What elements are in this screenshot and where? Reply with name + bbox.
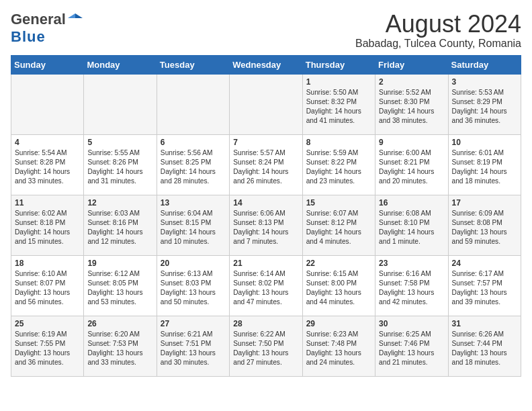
calendar-cell-18: 18Sunrise: 6:10 AM Sunset: 8:07 PM Dayli…: [11, 255, 84, 316]
week-row-3: 11Sunrise: 6:02 AM Sunset: 8:18 PM Dayli…: [11, 195, 521, 255]
calendar-cell-28: 28Sunrise: 6:22 AM Sunset: 7:50 PM Dayli…: [230, 316, 302, 376]
day-number: 13: [161, 198, 226, 208]
day-number: 30: [379, 319, 444, 328]
calendar-cell-13: 13Sunrise: 6:04 AM Sunset: 8:15 PM Dayli…: [157, 195, 229, 255]
cell-content: Sunrise: 6:08 AM Sunset: 8:10 PM Dayligh…: [379, 209, 444, 247]
calendar-cell-19: 19Sunrise: 6:12 AM Sunset: 8:05 PM Dayli…: [84, 255, 157, 316]
calendar-cell-1: 1Sunrise: 5:50 AM Sunset: 8:32 PM Daylig…: [302, 74, 375, 134]
calendar-cell-23: 23Sunrise: 6:16 AM Sunset: 7:58 PM Dayli…: [375, 255, 448, 316]
day-number: 22: [306, 259, 371, 268]
calendar-cell-24: 24Sunrise: 6:17 AM Sunset: 7:57 PM Dayli…: [448, 255, 521, 316]
weekday-header-row: SundayMondayTuesdayWednesdayThursdayFrid…: [11, 55, 521, 74]
day-number: 28: [233, 319, 298, 328]
weekday-tuesday: Tuesday: [157, 55, 229, 74]
cell-content: Sunrise: 6:14 AM Sunset: 8:02 PM Dayligh…: [233, 269, 298, 308]
day-number: 1: [306, 77, 371, 87]
day-number: 15: [306, 198, 371, 208]
cell-content: Sunrise: 6:26 AM Sunset: 7:44 PM Dayligh…: [452, 330, 517, 368]
cell-content: Sunrise: 5:52 AM Sunset: 8:30 PM Dayligh…: [379, 88, 444, 126]
calendar-cell-22: 22Sunrise: 6:15 AM Sunset: 8:00 PM Dayli…: [302, 255, 375, 316]
weekday-saturday: Saturday: [448, 55, 521, 74]
day-number: 17: [452, 198, 517, 208]
cell-content: Sunrise: 5:57 AM Sunset: 8:24 PM Dayligh…: [233, 148, 298, 187]
title-area: August 2024 Babadag, Tulcea County, Roma…: [355, 11, 521, 50]
calendar-cell-26: 26Sunrise: 6:20 AM Sunset: 7:53 PM Dayli…: [84, 316, 157, 376]
cell-content: Sunrise: 6:12 AM Sunset: 8:05 PM Dayligh…: [87, 269, 152, 308]
calendar-cell-empty-0-2: [157, 74, 229, 134]
cell-content: Sunrise: 6:01 AM Sunset: 8:19 PM Dayligh…: [452, 148, 517, 187]
calendar-cell-12: 12Sunrise: 6:03 AM Sunset: 8:16 PM Dayli…: [84, 195, 157, 255]
day-number: 7: [233, 138, 298, 147]
cell-content: Sunrise: 5:56 AM Sunset: 8:25 PM Dayligh…: [161, 148, 226, 187]
day-number: 4: [15, 138, 80, 147]
calendar-cell-25: 25Sunrise: 6:19 AM Sunset: 7:55 PM Dayli…: [11, 316, 84, 376]
day-number: 24: [452, 259, 517, 268]
day-number: 29: [306, 319, 371, 328]
cell-content: Sunrise: 6:07 AM Sunset: 8:12 PM Dayligh…: [306, 209, 371, 247]
calendar-cell-21: 21Sunrise: 6:14 AM Sunset: 8:02 PM Dayli…: [230, 255, 302, 316]
cell-content: Sunrise: 6:19 AM Sunset: 7:55 PM Dayligh…: [15, 330, 80, 368]
calendar-cell-17: 17Sunrise: 6:09 AM Sunset: 8:08 PM Dayli…: [448, 195, 521, 255]
cell-content: Sunrise: 6:10 AM Sunset: 8:07 PM Dayligh…: [15, 269, 80, 308]
calendar-cell-16: 16Sunrise: 6:08 AM Sunset: 8:10 PM Dayli…: [375, 195, 448, 255]
cell-content: Sunrise: 6:20 AM Sunset: 7:53 PM Dayligh…: [87, 330, 152, 368]
svg-marker-1: [68, 13, 75, 18]
day-number: 31: [452, 319, 517, 328]
calendar-cell-empty-0-0: [11, 74, 84, 134]
day-number: 9: [379, 138, 444, 147]
calendar-cell-3: 3Sunrise: 5:53 AM Sunset: 8:29 PM Daylig…: [448, 74, 521, 134]
cell-content: Sunrise: 6:13 AM Sunset: 8:03 PM Dayligh…: [161, 269, 226, 308]
logo-blue-text: Blue: [11, 28, 46, 45]
logo: General Blue: [11, 11, 83, 46]
week-row-4: 18Sunrise: 6:10 AM Sunset: 8:07 PM Dayli…: [11, 255, 521, 316]
day-number: 16: [379, 198, 444, 208]
day-number: 2: [379, 77, 444, 87]
day-number: 14: [233, 198, 298, 208]
cell-content: Sunrise: 6:04 AM Sunset: 8:15 PM Dayligh…: [161, 209, 226, 247]
svg-marker-0: [75, 13, 83, 18]
day-number: 25: [15, 319, 80, 328]
weekday-monday: Monday: [84, 55, 157, 74]
weekday-friday: Friday: [375, 55, 448, 74]
calendar-cell-2: 2Sunrise: 5:52 AM Sunset: 8:30 PM Daylig…: [375, 74, 448, 134]
header: General Blue August 2024 Babadag, Tulcea…: [11, 11, 521, 50]
day-number: 26: [87, 319, 152, 328]
month-year-title: August 2024: [355, 11, 521, 38]
day-number: 10: [452, 138, 517, 147]
calendar-cell-6: 6Sunrise: 5:56 AM Sunset: 8:25 PM Daylig…: [157, 134, 229, 195]
calendar-table: SundayMondayTuesdayWednesdayThursdayFrid…: [11, 55, 521, 377]
cell-content: Sunrise: 6:21 AM Sunset: 7:51 PM Dayligh…: [161, 330, 226, 368]
day-number: 23: [379, 259, 444, 268]
calendar-cell-30: 30Sunrise: 6:25 AM Sunset: 7:46 PM Dayli…: [375, 316, 448, 376]
cell-content: Sunrise: 6:00 AM Sunset: 8:21 PM Dayligh…: [379, 148, 444, 187]
cell-content: Sunrise: 6:25 AM Sunset: 7:46 PM Dayligh…: [379, 330, 444, 368]
weekday-thursday: Thursday: [302, 55, 375, 74]
weekday-wednesday: Wednesday: [230, 55, 302, 74]
cell-content: Sunrise: 5:59 AM Sunset: 8:22 PM Dayligh…: [306, 148, 371, 187]
cell-content: Sunrise: 5:54 AM Sunset: 8:28 PM Dayligh…: [15, 148, 80, 187]
calendar-cell-4: 4Sunrise: 5:54 AM Sunset: 8:28 PM Daylig…: [11, 134, 84, 195]
day-number: 3: [452, 77, 517, 87]
cell-content: Sunrise: 5:53 AM Sunset: 8:29 PM Dayligh…: [452, 88, 517, 126]
cell-content: Sunrise: 5:55 AM Sunset: 8:26 PM Dayligh…: [87, 148, 152, 187]
day-number: 27: [161, 319, 226, 328]
weekday-sunday: Sunday: [11, 55, 84, 74]
calendar-cell-9: 9Sunrise: 6:00 AM Sunset: 8:21 PM Daylig…: [375, 134, 448, 195]
day-number: 21: [233, 259, 298, 268]
calendar-cell-8: 8Sunrise: 5:59 AM Sunset: 8:22 PM Daylig…: [302, 134, 375, 195]
calendar-cell-7: 7Sunrise: 5:57 AM Sunset: 8:24 PM Daylig…: [230, 134, 302, 195]
cell-content: Sunrise: 6:02 AM Sunset: 8:18 PM Dayligh…: [15, 209, 80, 247]
day-number: 20: [161, 259, 226, 268]
cell-content: Sunrise: 6:06 AM Sunset: 8:13 PM Dayligh…: [233, 209, 298, 247]
day-number: 12: [87, 198, 152, 208]
logo-general-text: General: [11, 11, 66, 28]
day-number: 18: [15, 259, 80, 268]
calendar-cell-14: 14Sunrise: 6:06 AM Sunset: 8:13 PM Dayli…: [230, 195, 302, 255]
cell-content: Sunrise: 5:50 AM Sunset: 8:32 PM Dayligh…: [306, 88, 371, 126]
day-number: 19: [87, 259, 152, 268]
week-row-1: 1Sunrise: 5:50 AM Sunset: 8:32 PM Daylig…: [11, 74, 521, 134]
cell-content: Sunrise: 6:03 AM Sunset: 8:16 PM Dayligh…: [87, 209, 152, 247]
calendar-cell-29: 29Sunrise: 6:23 AM Sunset: 7:48 PM Dayli…: [302, 316, 375, 376]
logo-bird-icon: [68, 11, 83, 26]
location-subtitle: Babadag, Tulcea County, Romania: [355, 38, 521, 50]
